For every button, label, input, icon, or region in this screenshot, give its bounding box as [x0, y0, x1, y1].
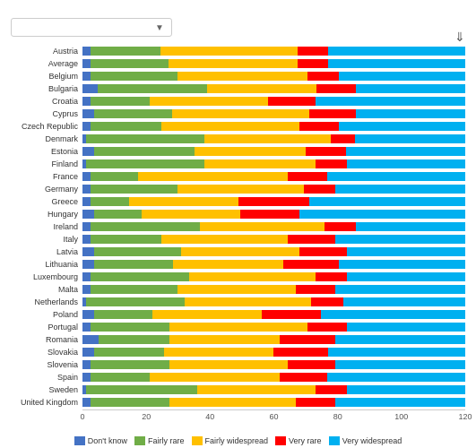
- bar-segment: [356, 109, 465, 118]
- bar-segment: [91, 360, 169, 369]
- bar-segment: [204, 134, 331, 143]
- bar-segment: [82, 147, 94, 156]
- x-tick: 80: [333, 412, 342, 421]
- bar-segment: [280, 335, 335, 344]
- legend-color-swatch: [74, 436, 85, 445]
- bar-segment: [82, 247, 94, 256]
- chart-row: Croatia: [11, 96, 465, 107]
- bar-area: [82, 197, 465, 206]
- bar-segment: [91, 197, 130, 206]
- bar-segment: [86, 134, 204, 143]
- bar-segment: [309, 197, 465, 206]
- bar-segment: [82, 172, 91, 181]
- bar-segment: [328, 348, 465, 357]
- bar-segment: [316, 385, 347, 394]
- legend-item: Fairly widespread: [192, 436, 269, 445]
- bar-area: [82, 172, 465, 181]
- country-label: France: [11, 172, 82, 181]
- chart-row: Netherlands: [11, 297, 465, 307]
- x-axis: 020406080100120: [82, 409, 465, 426]
- chart-row: Austria: [11, 46, 465, 56]
- bar-segment: [273, 348, 328, 357]
- country-label: Latvia: [11, 247, 82, 256]
- bar-segment: [94, 348, 164, 357]
- bar-area: [82, 109, 465, 118]
- bar-segment: [82, 272, 91, 281]
- subset-dropdown[interactable]: ▼: [11, 18, 172, 37]
- bar-segment: [82, 260, 94, 269]
- country-label: Germany: [11, 185, 82, 194]
- bar-segment: [98, 84, 207, 93]
- bar-segment: [82, 210, 94, 219]
- bar-area: [82, 360, 465, 369]
- bar-segment: [283, 260, 339, 269]
- bar-segment: [138, 172, 288, 181]
- legend-label: Don't know: [88, 436, 127, 445]
- bar-segment: [91, 272, 189, 281]
- bar-segment: [91, 172, 138, 181]
- bar-area: [82, 323, 465, 332]
- country-label: Belgium: [11, 72, 82, 81]
- bar-segment: [94, 210, 142, 219]
- x-tick: 120: [458, 412, 472, 421]
- bar-area: [82, 47, 465, 56]
- bar-segment: [307, 323, 347, 332]
- chart-row: Slovakia: [11, 347, 465, 358]
- bar-segment: [204, 159, 315, 168]
- x-tick: 60: [269, 412, 278, 421]
- bar-segment: [316, 272, 347, 281]
- chart-row: Spain: [11, 372, 465, 383]
- bar-segment: [94, 310, 152, 319]
- country-label: Slovenia: [11, 360, 82, 369]
- chart-row: Malta: [11, 284, 465, 295]
- bar-segment: [240, 210, 299, 219]
- bar-segment: [91, 285, 177, 294]
- bar-segment: [339, 122, 465, 131]
- bar-segment: [169, 360, 288, 369]
- bar-segment: [177, 285, 296, 294]
- download-icon[interactable]: ⇓: [454, 30, 465, 44]
- bar-segment: [195, 147, 307, 156]
- bar-segment: [304, 185, 335, 194]
- bar-segment: [347, 272, 465, 281]
- bar-area: [82, 122, 465, 131]
- bar-segment: [335, 235, 465, 244]
- chart-row: Lithuania: [11, 259, 465, 270]
- x-tick: 100: [394, 412, 408, 421]
- country-label: Romania: [11, 335, 82, 344]
- bar-segment: [177, 72, 307, 81]
- bar-segment: [268, 97, 316, 106]
- bar-segment: [160, 47, 298, 56]
- bar-segment: [280, 373, 327, 382]
- bar-segment: [346, 147, 465, 156]
- chart-row: Cyprus: [11, 108, 465, 119]
- bar-segment: [82, 348, 94, 357]
- bar-segment: [91, 398, 169, 407]
- country-label: Finland: [11, 159, 82, 168]
- bar-segment: [335, 335, 465, 344]
- bar-segment: [129, 197, 238, 206]
- legend-item: Don't know: [74, 436, 127, 445]
- bar-area: [82, 285, 465, 294]
- bar-segment: [325, 222, 356, 231]
- bar-segment: [347, 159, 465, 168]
- country-label: Cyprus: [11, 109, 82, 118]
- bar-area: [82, 373, 465, 382]
- x-tick: 0: [80, 412, 84, 421]
- bar-segment: [150, 97, 268, 106]
- country-label: Austria: [11, 47, 82, 56]
- bar-segment: [152, 310, 262, 319]
- bar-area: [82, 385, 465, 394]
- country-label: Sweden: [11, 385, 82, 394]
- chart-row: Latvia: [11, 246, 465, 257]
- bar-segment: [288, 172, 327, 181]
- country-label: United Kingdom: [11, 398, 82, 407]
- legend-item: Very rare: [275, 436, 322, 445]
- bar-segment: [91, 185, 177, 194]
- bar-segment: [298, 47, 329, 56]
- bar-segment: [82, 323, 91, 332]
- bar-area: [82, 84, 465, 93]
- bar-segment: [150, 373, 280, 382]
- legend-label: Fairly rare: [148, 436, 185, 445]
- country-label: Greece: [11, 197, 82, 206]
